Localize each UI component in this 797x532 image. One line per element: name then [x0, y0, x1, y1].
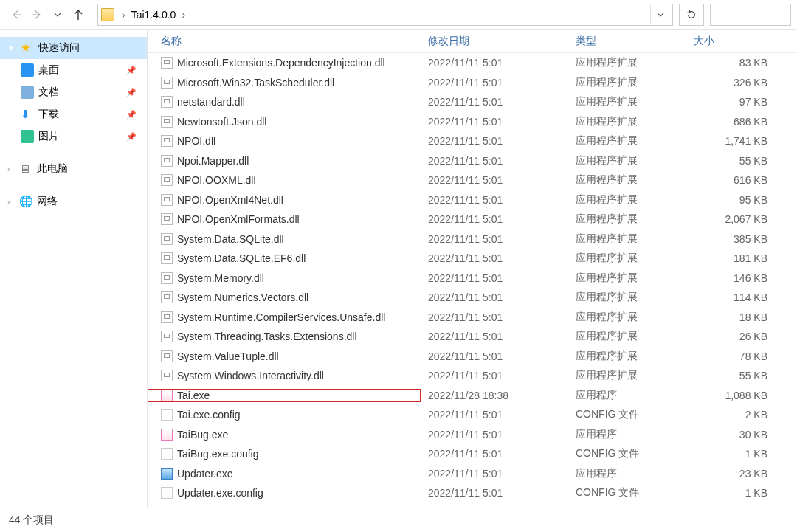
sidebar-item-label: 网络	[37, 195, 58, 208]
file-row[interactable]: System.Memory.dll2022/11/11 5:01应用程序扩展14…	[148, 269, 797, 289]
file-row[interactable]: System.ValueTuple.dll2022/11/11 5:01应用程序…	[148, 347, 797, 367]
pin-icon: 📌	[126, 66, 137, 75]
config-icon	[161, 409, 173, 421]
config-icon	[161, 487, 173, 499]
file-date: 2022/11/28 18:38	[421, 390, 568, 401]
column-type[interactable]: 类型	[568, 35, 686, 48]
column-size[interactable]: 大小	[686, 35, 775, 48]
file-row[interactable]: System.Data.SQLite.EF6.dll2022/11/11 5:0…	[148, 249, 797, 269]
file-date: 2022/11/11 5:01	[421, 350, 568, 362]
search-input[interactable]	[710, 4, 791, 26]
breadcrumb[interactable]: › Tai1.4.0.0 ›	[97, 4, 673, 26]
file-row[interactable]: System.Threading.Tasks.Extensions.dll202…	[148, 327, 797, 347]
file-name: Tai.exe	[177, 390, 210, 401]
breadcrumb-dropdown[interactable]	[650, 5, 669, 24]
sidebar-desktop[interactable]: 桌面 📌	[0, 59, 147, 81]
file-date: 2022/11/11 5:01	[421, 311, 568, 323]
sidebar-network[interactable]: › 🌐 网络	[0, 190, 147, 213]
download-icon: ⬇	[21, 108, 34, 121]
file-row[interactable]: Tai.exe2022/11/28 18:38应用程序1,088 KB	[148, 386, 797, 406]
sidebar: ▾ ★ 快速访问 桌面 📌 文档 📌 ⬇ 下载 📌 图片	[0, 30, 148, 508]
forward-button	[27, 4, 47, 25]
sidebar-item-label: 此电脑	[37, 162, 68, 176]
file-size: 2,067 KB	[686, 213, 775, 225]
file-size: 385 KB	[686, 233, 775, 245]
file-date: 2022/11/11 5:01	[421, 448, 568, 460]
file-type: 应用程序扩展	[568, 311, 686, 324]
file-size: 2 KB	[686, 409, 775, 421]
dll-icon	[161, 155, 173, 167]
dll-icon	[161, 311, 173, 323]
file-row[interactable]: NPOI.OOXML.dll2022/11/11 5:01应用程序扩展616 K…	[148, 170, 797, 190]
file-row[interactable]: Updater.exe.config2022/11/11 5:01CONFIG …	[148, 483, 797, 503]
file-size: 95 KB	[686, 194, 775, 206]
file-size: 1 KB	[686, 487, 775, 499]
file-type: 应用程序扩展	[568, 173, 686, 187]
dll-icon	[161, 350, 173, 362]
dll-icon	[161, 96, 173, 108]
file-date: 2022/11/11 5:01	[421, 429, 568, 441]
column-name[interactable]: 名称	[148, 35, 421, 48]
file-date: 2022/11/11 5:01	[421, 468, 568, 480]
address-bar: › Tai1.4.0.0 ›	[0, 0, 797, 30]
file-row[interactable]: netstandard.dll2022/11/11 5:01应用程序扩展97 K…	[148, 92, 797, 112]
file-row[interactable]: NPOI.OpenXml4Net.dll2022/11/11 5:01应用程序扩…	[148, 190, 797, 210]
file-row[interactable]: TaiBug.exe2022/11/11 5:01应用程序30 KB	[148, 425, 797, 445]
file-name: Updater.exe	[177, 468, 233, 480]
file-row[interactable]: Npoi.Mapper.dll2022/11/11 5:01应用程序扩展55 K…	[148, 151, 797, 171]
file-date: 2022/11/11 5:01	[421, 233, 568, 245]
config-icon	[161, 448, 173, 460]
file-type: 应用程序扩展	[568, 56, 686, 69]
file-type: 应用程序扩展	[568, 291, 686, 304]
file-type: 应用程序扩展	[568, 193, 686, 207]
file-row[interactable]: System.Data.SQLite.dll2022/11/11 5:01应用程…	[148, 229, 797, 249]
file-row[interactable]: NPOI.OpenXmlFormats.dll2022/11/11 5:01应用…	[148, 210, 797, 229]
file-name: System.Data.SQLite.EF6.dll	[177, 252, 306, 264]
file-date: 2022/11/11 5:01	[421, 409, 568, 421]
sidebar-documents[interactable]: 文档 📌	[0, 81, 147, 103]
sidebar-pictures[interactable]: 图片 📌	[0, 125, 147, 148]
file-type: CONFIG 文件	[568, 486, 686, 500]
file-row[interactable]: System.Runtime.CompilerServices.Unsafe.d…	[148, 308, 797, 328]
dll-icon	[161, 194, 173, 206]
dll-icon	[161, 213, 173, 225]
up-button[interactable]	[68, 4, 89, 25]
file-date: 2022/11/11 5:01	[421, 331, 568, 342]
file-type: CONFIG 文件	[568, 447, 686, 460]
file-name: System.Data.SQLite.dll	[177, 233, 284, 245]
sidebar-item-label: 快速访问	[38, 41, 80, 55]
breadcrumb-folder[interactable]: Tai1.4.0.0	[130, 9, 178, 21]
file-row[interactable]: System.Windows.Interactivity.dll2022/11/…	[148, 366, 797, 386]
column-date[interactable]: 修改日期	[421, 35, 568, 48]
file-type: 应用程序扩展	[568, 95, 686, 108]
file-name: NPOI.OOXML.dll	[177, 174, 256, 186]
file-type: 应用程序扩展	[568, 76, 686, 89]
file-date: 2022/11/11 5:01	[421, 370, 568, 381]
file-size: 1,088 KB	[686, 390, 775, 401]
file-type: 应用程序	[568, 467, 686, 480]
file-size: 18 KB	[686, 311, 775, 323]
file-row[interactable]: TaiBug.exe.config2022/11/11 5:01CONFIG 文…	[148, 444, 797, 464]
sidebar-this-pc[interactable]: › 🖥 此电脑	[0, 158, 147, 180]
sidebar-item-label: 图片	[38, 130, 59, 143]
file-row[interactable]: Newtonsoft.Json.dll2022/11/11 5:01应用程序扩展…	[148, 112, 797, 132]
file-date: 2022/11/11 5:01	[421, 155, 568, 167]
file-name: TaiBug.exe.config	[177, 448, 259, 460]
sidebar-downloads[interactable]: ⬇ 下载 📌	[0, 103, 147, 125]
file-size: 83 KB	[686, 57, 775, 69]
file-date: 2022/11/11 5:01	[421, 252, 568, 264]
file-row[interactable]: Updater.exe2022/11/11 5:01应用程序23 KB	[148, 464, 797, 484]
file-row[interactable]: System.Numerics.Vectors.dll2022/11/11 5:…	[148, 288, 797, 308]
sidebar-quick-access[interactable]: ▾ ★ 快速访问	[0, 37, 147, 59]
dll-icon	[161, 57, 173, 69]
recent-dropdown[interactable]	[47, 4, 68, 25]
file-row[interactable]: Tai.exe.config2022/11/11 5:01CONFIG 文件2 …	[148, 405, 797, 425]
file-date: 2022/11/11 5:01	[421, 116, 568, 128]
chevron-right-icon: ›	[177, 9, 190, 21]
sidebar-item-label: 下载	[38, 108, 59, 121]
file-row[interactable]: NPOI.dll2022/11/11 5:01应用程序扩展1,741 KB	[148, 131, 797, 151]
file-row[interactable]: Microsoft.Win32.TaskScheduler.dll2022/11…	[148, 73, 797, 93]
refresh-button[interactable]	[679, 4, 704, 26]
file-row[interactable]: Microsoft.Extensions.DependencyInjection…	[148, 53, 797, 73]
file-name: NPOI.OpenXmlFormats.dll	[177, 213, 300, 225]
